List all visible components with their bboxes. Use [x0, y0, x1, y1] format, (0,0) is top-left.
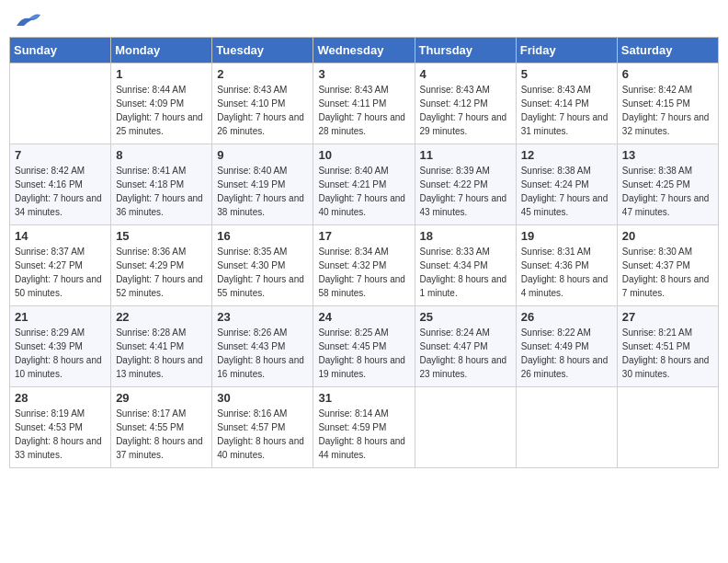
- day-info: Sunrise: 8:41 AMSunset: 4:18 PMDaylight:…: [116, 164, 207, 219]
- calendar-header-thursday: Thursday: [415, 38, 516, 63]
- day-info: Sunrise: 8:22 AMSunset: 4:49 PMDaylight:…: [521, 326, 612, 381]
- calendar-cell: [516, 387, 617, 468]
- logo: [13, 9, 42, 29]
- day-info: Sunrise: 8:37 AMSunset: 4:27 PMDaylight:…: [15, 245, 106, 300]
- day-info: Sunrise: 8:36 AMSunset: 4:29 PMDaylight:…: [116, 245, 207, 300]
- calendar-cell: 18Sunrise: 8:33 AMSunset: 4:34 PMDayligh…: [415, 225, 516, 306]
- day-number: 21: [15, 310, 106, 324]
- calendar-table: SundayMondayTuesdayWednesdayThursdayFrid…: [9, 37, 719, 468]
- day-info: Sunrise: 8:19 AMSunset: 4:53 PMDaylight:…: [15, 407, 106, 462]
- calendar-header-wednesday: Wednesday: [313, 38, 415, 63]
- calendar-week-row: 1Sunrise: 8:44 AMSunset: 4:09 PMDaylight…: [10, 63, 719, 144]
- day-info: Sunrise: 8:43 AMSunset: 4:11 PMDaylight:…: [318, 83, 409, 138]
- day-number: 18: [420, 229, 511, 243]
- calendar-cell: [415, 387, 516, 468]
- calendar-cell: 5Sunrise: 8:43 AMSunset: 4:14 PMDaylight…: [516, 63, 617, 144]
- calendar-cell: 1Sunrise: 8:44 AMSunset: 4:09 PMDaylight…: [111, 63, 212, 144]
- day-number: 26: [521, 310, 612, 324]
- day-info: Sunrise: 8:38 AMSunset: 4:25 PMDaylight:…: [622, 164, 713, 219]
- calendar-week-row: 21Sunrise: 8:29 AMSunset: 4:39 PMDayligh…: [10, 306, 719, 387]
- day-number: 20: [622, 229, 713, 243]
- day-info: Sunrise: 8:26 AMSunset: 4:43 PMDaylight:…: [217, 326, 308, 381]
- day-info: Sunrise: 8:28 AMSunset: 4:41 PMDaylight:…: [116, 326, 207, 381]
- day-number: 17: [318, 229, 409, 243]
- calendar-cell: 12Sunrise: 8:38 AMSunset: 4:24 PMDayligh…: [516, 144, 617, 225]
- day-info: Sunrise: 8:14 AMSunset: 4:59 PMDaylight:…: [318, 407, 409, 462]
- calendar-header-sunday: Sunday: [10, 38, 111, 63]
- day-info: Sunrise: 8:21 AMSunset: 4:51 PMDaylight:…: [622, 326, 713, 381]
- day-number: 12: [521, 148, 612, 162]
- calendar-cell: 26Sunrise: 8:22 AMSunset: 4:49 PMDayligh…: [516, 306, 617, 387]
- calendar-cell: 11Sunrise: 8:39 AMSunset: 4:22 PMDayligh…: [415, 144, 516, 225]
- day-info: Sunrise: 8:24 AMSunset: 4:47 PMDaylight:…: [420, 326, 511, 381]
- calendar-cell: 16Sunrise: 8:35 AMSunset: 4:30 PMDayligh…: [212, 225, 313, 306]
- day-info: Sunrise: 8:17 AMSunset: 4:55 PMDaylight:…: [116, 407, 207, 462]
- calendar-cell: 27Sunrise: 8:21 AMSunset: 4:51 PMDayligh…: [617, 306, 718, 387]
- day-info: Sunrise: 8:43 AMSunset: 4:10 PMDaylight:…: [217, 83, 308, 138]
- day-number: 6: [622, 67, 713, 81]
- day-info: Sunrise: 8:42 AMSunset: 4:15 PMDaylight:…: [622, 83, 713, 138]
- calendar-cell: 31Sunrise: 8:14 AMSunset: 4:59 PMDayligh…: [313, 387, 415, 468]
- calendar-cell: 8Sunrise: 8:41 AMSunset: 4:18 PMDaylight…: [111, 144, 212, 225]
- calendar-cell: 7Sunrise: 8:42 AMSunset: 4:16 PMDaylight…: [10, 144, 111, 225]
- day-number: 23: [217, 310, 308, 324]
- calendar-cell: [617, 387, 718, 468]
- calendar-cell: 20Sunrise: 8:30 AMSunset: 4:37 PMDayligh…: [617, 225, 718, 306]
- day-number: 27: [622, 310, 713, 324]
- day-info: Sunrise: 8:35 AMSunset: 4:30 PMDaylight:…: [217, 245, 308, 300]
- day-info: Sunrise: 8:30 AMSunset: 4:37 PMDaylight:…: [622, 245, 713, 300]
- day-number: 31: [318, 391, 409, 405]
- day-number: 25: [420, 310, 511, 324]
- calendar-cell: 2Sunrise: 8:43 AMSunset: 4:10 PMDaylight…: [212, 63, 313, 144]
- day-number: 11: [420, 148, 511, 162]
- calendar-cell: 17Sunrise: 8:34 AMSunset: 4:32 PMDayligh…: [313, 225, 415, 306]
- calendar-week-row: 14Sunrise: 8:37 AMSunset: 4:27 PMDayligh…: [10, 225, 719, 306]
- calendar-cell: 28Sunrise: 8:19 AMSunset: 4:53 PMDayligh…: [10, 387, 111, 468]
- day-number: 24: [318, 310, 409, 324]
- calendar-cell: 6Sunrise: 8:42 AMSunset: 4:15 PMDaylight…: [617, 63, 718, 144]
- calendar-cell: 22Sunrise: 8:28 AMSunset: 4:41 PMDayligh…: [111, 306, 212, 387]
- calendar-cell: 4Sunrise: 8:43 AMSunset: 4:12 PMDaylight…: [415, 63, 516, 144]
- page-header: [9, 9, 719, 29]
- calendar-cell: 25Sunrise: 8:24 AMSunset: 4:47 PMDayligh…: [415, 306, 516, 387]
- day-number: 1: [116, 67, 207, 81]
- day-info: Sunrise: 8:39 AMSunset: 4:22 PMDaylight:…: [420, 164, 511, 219]
- calendar-header-monday: Monday: [111, 38, 212, 63]
- day-info: Sunrise: 8:40 AMSunset: 4:19 PMDaylight:…: [217, 164, 308, 219]
- calendar-week-row: 7Sunrise: 8:42 AMSunset: 4:16 PMDaylight…: [10, 144, 719, 225]
- calendar-cell: 15Sunrise: 8:36 AMSunset: 4:29 PMDayligh…: [111, 225, 212, 306]
- calendar-cell: 29Sunrise: 8:17 AMSunset: 4:55 PMDayligh…: [111, 387, 212, 468]
- calendar-header-tuesday: Tuesday: [212, 38, 313, 63]
- day-number: 10: [318, 148, 409, 162]
- day-number: 5: [521, 67, 612, 81]
- calendar-cell: 30Sunrise: 8:16 AMSunset: 4:57 PMDayligh…: [212, 387, 313, 468]
- day-number: 8: [116, 148, 207, 162]
- calendar-header-row: SundayMondayTuesdayWednesdayThursdayFrid…: [10, 38, 719, 63]
- calendar-week-row: 28Sunrise: 8:19 AMSunset: 4:53 PMDayligh…: [10, 387, 719, 468]
- calendar-cell: 9Sunrise: 8:40 AMSunset: 4:19 PMDaylight…: [212, 144, 313, 225]
- calendar-cell: 14Sunrise: 8:37 AMSunset: 4:27 PMDayligh…: [10, 225, 111, 306]
- day-number: 9: [217, 148, 308, 162]
- day-info: Sunrise: 8:25 AMSunset: 4:45 PMDaylight:…: [318, 326, 409, 381]
- day-number: 15: [116, 229, 207, 243]
- day-info: Sunrise: 8:38 AMSunset: 4:24 PMDaylight:…: [521, 164, 612, 219]
- day-number: 22: [116, 310, 207, 324]
- calendar-cell: 23Sunrise: 8:26 AMSunset: 4:43 PMDayligh…: [212, 306, 313, 387]
- day-number: 19: [521, 229, 612, 243]
- calendar-cell: [10, 63, 111, 144]
- day-info: Sunrise: 8:29 AMSunset: 4:39 PMDaylight:…: [15, 326, 106, 381]
- calendar-header-friday: Friday: [516, 38, 617, 63]
- day-info: Sunrise: 8:42 AMSunset: 4:16 PMDaylight:…: [15, 164, 106, 219]
- day-number: 2: [217, 67, 308, 81]
- calendar-cell: 3Sunrise: 8:43 AMSunset: 4:11 PMDaylight…: [313, 63, 415, 144]
- day-info: Sunrise: 8:33 AMSunset: 4:34 PMDaylight:…: [420, 245, 511, 300]
- day-number: 29: [116, 391, 207, 405]
- day-info: Sunrise: 8:40 AMSunset: 4:21 PMDaylight:…: [318, 164, 409, 219]
- day-info: Sunrise: 8:16 AMSunset: 4:57 PMDaylight:…: [217, 407, 308, 462]
- calendar-cell: 24Sunrise: 8:25 AMSunset: 4:45 PMDayligh…: [313, 306, 415, 387]
- calendar-cell: 13Sunrise: 8:38 AMSunset: 4:25 PMDayligh…: [617, 144, 718, 225]
- day-number: 28: [15, 391, 106, 405]
- day-number: 16: [217, 229, 308, 243]
- day-number: 14: [15, 229, 106, 243]
- day-info: Sunrise: 8:43 AMSunset: 4:12 PMDaylight:…: [420, 83, 511, 138]
